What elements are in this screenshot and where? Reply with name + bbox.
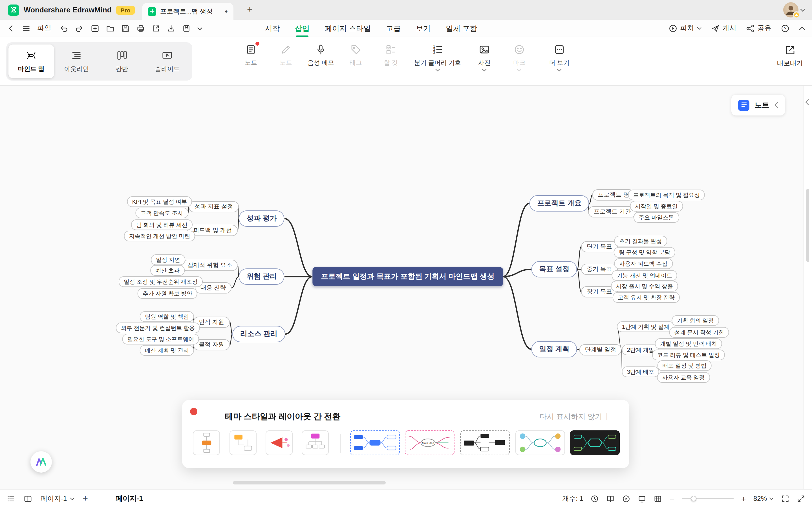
tool-todo[interactable]: 할 것 (373, 43, 408, 67)
import-file-icon[interactable] (167, 24, 175, 33)
outline-view-icon[interactable] (7, 494, 15, 503)
vertical-scrollbar[interactable] (806, 189, 809, 262)
canvas[interactable]: 프로젝트 일정과 목표가 포함된 기획서 마인드맵 생성성과 평가성과 지표 설… (0, 86, 812, 489)
pro-badge[interactable]: Pro (116, 5, 135, 14)
history-icon[interactable] (591, 494, 599, 503)
mindmap-node-l1b2[interactable]: 지속적인 개선 방안 마련 (124, 231, 195, 241)
view-mode-kanban[interactable]: 칸반 (99, 45, 145, 78)
tool-tag[interactable]: 태그 (338, 43, 373, 67)
mindmap-node-r3a1a[interactable]: 기획 회의 일정 (672, 315, 719, 326)
mindmap-node-r2b2[interactable]: 기능 개선 및 업데이트 (612, 270, 677, 281)
page-selector[interactable]: 페이지-1 (41, 494, 74, 503)
theme-thumbnail-1[interactable] (193, 431, 220, 455)
file-menu[interactable]: 파일 (37, 24, 51, 33)
tool-more[interactable]: 더 보기 (537, 43, 582, 71)
theme-thumbnail-3[interactable] (266, 431, 293, 455)
mindmap-node-l2[interactable]: 위험 관리 (239, 269, 285, 285)
new-tab-button[interactable]: + (244, 4, 256, 16)
mindmap-node-l2a1[interactable]: 일정 지연 (151, 255, 185, 265)
mindmap-node-l3a1[interactable]: 팀원 역할 및 책임 (140, 311, 194, 322)
mindmap-node-l3b1[interactable]: 필요한 도구 및 소프트웨어 (122, 334, 199, 344)
open-folder-icon[interactable] (106, 24, 114, 33)
menu-tab-insert[interactable]: 삽입 (295, 20, 310, 37)
mindmap-node-l2b2[interactable]: 추가 자원 확보 방안 (138, 288, 198, 299)
theme-thumbnail-7[interactable] (460, 431, 510, 455)
fullscreen-icon[interactable] (797, 494, 805, 503)
view-mode-outline[interactable]: 아웃라인 (54, 45, 99, 78)
save-icon[interactable] (121, 24, 130, 33)
mindmap-node-r2b1[interactable]: 사용자 피드백 수집 (614, 258, 672, 269)
map-grid-icon[interactable] (654, 494, 662, 503)
fit-screen-icon[interactable] (781, 494, 790, 503)
theme-thumbnail-5[interactable] (350, 431, 400, 455)
share-button[interactable]: 공유 (746, 24, 771, 33)
add-page-button[interactable]: + (83, 494, 88, 504)
menu-tab-view[interactable]: 보기 (416, 20, 430, 37)
mindmap-node-l3a2[interactable]: 외부 전문가 및 컨설턴트 활용 (116, 323, 200, 333)
expand-panel-icon[interactable] (805, 99, 809, 105)
mindmap-node-r1b2[interactable]: 주요 마일스톤 (633, 212, 679, 223)
view-mode-mindmap[interactable]: 마인드 맵 (8, 45, 54, 78)
dont-show-again-button[interactable]: 다시 표시하지 않기 (540, 412, 602, 422)
tool-voice-memo[interactable]: 음성 메모 (303, 43, 338, 67)
menu-tab-all-in-one[interactable]: 일체 포함 (446, 20, 477, 37)
back-icon[interactable] (7, 24, 15, 33)
devices-icon[interactable] (638, 494, 647, 503)
mindmap-node-l2a[interactable]: 잠재적 위험 요소 (182, 260, 238, 271)
mindmap-node-l2a2[interactable]: 예산 초과 (150, 265, 185, 276)
mindmap-node-r3a3[interactable]: 3단계 배포 (622, 367, 659, 377)
edrawmind-assistant-bubble[interactable] (31, 451, 52, 473)
toolbar-more-icon[interactable] (197, 27, 202, 30)
document-tab[interactable]: 프로젝트...맵 생성 ● (142, 3, 234, 20)
mindmap-node-r2c1[interactable]: 시장 출시 및 수익 창출 (611, 281, 678, 291)
theme-thumbnail-2[interactable] (230, 431, 257, 455)
page-tab[interactable]: 페이지-1 (116, 494, 143, 503)
print-icon[interactable] (137, 24, 145, 33)
horizontal-scrollbar[interactable] (233, 481, 386, 485)
mindmap-node-r1b1[interactable]: 시작일 및 종료일 (630, 201, 682, 212)
mindmap-node-l1b[interactable]: 피드백 및 개선 (188, 225, 238, 236)
zoom-out-button[interactable]: − (670, 494, 675, 503)
mindmap-node-l1b1[interactable]: 팀 회의 및 리뷰 세션 (131, 219, 193, 230)
tool-note-2[interactable]: 노트 (268, 43, 303, 67)
mindmap-node-r3a3b[interactable]: 사용자 교육 일정 (657, 372, 710, 383)
avatar[interactable] (783, 2, 799, 17)
note-panel-button[interactable]: 노트 (731, 95, 785, 115)
mindmap-node-r2a1[interactable]: 초기 결과물 완성 (614, 236, 667, 246)
template-icon[interactable] (182, 24, 191, 33)
mindmap-node-r3a1[interactable]: 1단계 기획 및 설계 (617, 321, 674, 332)
menu-tab-page-style[interactable]: 페이지 스타일 (325, 20, 371, 37)
theme-thumbnail-6[interactable]: Main Idea (405, 431, 455, 455)
mindmap-node-r2a[interactable]: 단기 목표 (581, 241, 618, 252)
mindmap-node-r3a3a[interactable]: 배포 일정 및 방법 (658, 360, 712, 371)
menu-tab-start[interactable]: 시작 (265, 20, 280, 37)
collapse-ribbon-icon[interactable] (799, 26, 805, 31)
chevron-down-icon[interactable] (800, 8, 805, 11)
pages-icon[interactable] (606, 494, 615, 503)
pitch-button[interactable]: 피치 (669, 24, 702, 33)
mindmap-node-l1a2[interactable]: 고객 만족도 조사 (135, 208, 188, 218)
view-mode-slides[interactable]: 슬라이드 (145, 45, 190, 78)
mindmap-node-r3[interactable]: 일정 계획 (531, 341, 577, 357)
mindmap-node-r2[interactable]: 목표 설정 (531, 261, 577, 277)
new-page-icon[interactable] (91, 24, 99, 33)
zoom-in-button[interactable]: + (741, 494, 746, 503)
mindmap-node-r1[interactable]: 프로젝트 개요 (529, 195, 590, 212)
menu-icon[interactable] (22, 24, 31, 33)
tool-numbering[interactable]: 123 분기 글머리 기호 (408, 43, 467, 71)
present-icon[interactable] (622, 494, 631, 503)
undo-icon[interactable] (59, 24, 68, 33)
menu-tab-advanced[interactable]: 고급 (386, 20, 401, 37)
mindmap-node-r3a2b[interactable]: 코드 리뷰 및 테스트 일정 (652, 349, 725, 360)
mindmap-node-r2c2[interactable]: 고객 유지 및 확장 전략 (613, 292, 680, 303)
publish-button[interactable]: 게시 (711, 24, 737, 33)
split-view-icon[interactable] (24, 494, 32, 503)
mindmap-node-l3b2[interactable]: 예산 계획 및 관리 (140, 345, 194, 356)
mindmap-node-r3a1b[interactable]: 설계 문서 작성 기한 (669, 327, 729, 338)
mindmap-node-r3a2a[interactable]: 개발 일정 및 인력 배치 (655, 338, 722, 349)
redo-icon[interactable] (75, 24, 84, 33)
theme-thumbnail-8[interactable] (515, 431, 565, 455)
zoom-slider[interactable] (682, 498, 733, 499)
zoom-level[interactable]: 82% (753, 495, 774, 503)
zoom-slider-thumb[interactable] (691, 496, 696, 501)
